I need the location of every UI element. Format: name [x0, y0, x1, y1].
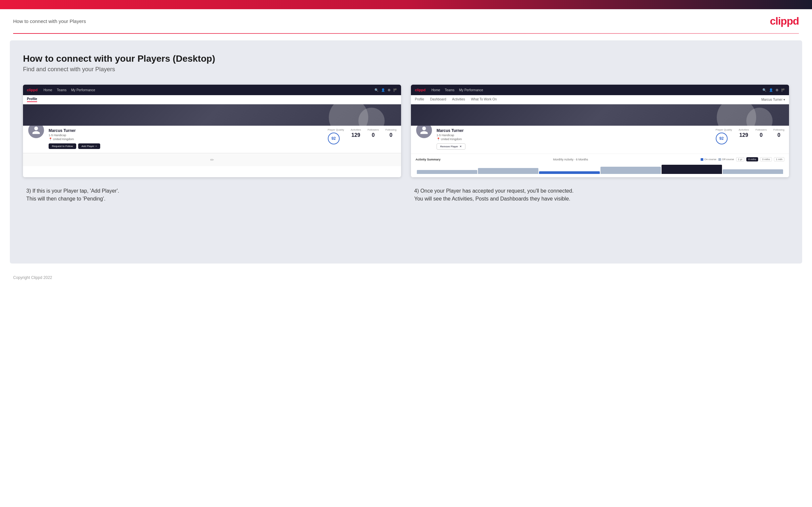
- profile-info-2: Marcus Turner 1-5 Handicap 📍 United King…: [411, 126, 789, 154]
- header: How to connect with your Players clippd: [0, 9, 812, 33]
- player-quality-2: Player Quality 92: [716, 128, 732, 145]
- tab-profile-2[interactable]: Profile: [415, 98, 424, 102]
- stat-activities-2: Activities 129: [739, 128, 749, 145]
- clippd-logo: clippd: [770, 15, 799, 27]
- stat-following-2: Following 0: [773, 128, 784, 145]
- add-player-button[interactable]: Add Player +: [78, 144, 100, 149]
- filter-1mth[interactable]: 1 mth: [774, 157, 784, 161]
- player-quality-1: Player Quality 92: [328, 128, 344, 145]
- screenshots-row: clippd Home Teams My Performance 🔍 👤 ⚙ 🏴…: [23, 84, 789, 177]
- nav-teams-1[interactable]: Teams: [57, 88, 66, 92]
- settings-icon-1[interactable]: ⚙: [388, 88, 391, 92]
- user-icon-1[interactable]: 👤: [381, 88, 385, 92]
- edit-icon-1: ✏: [210, 157, 214, 162]
- main-content: How to connect with your Players (Deskto…: [10, 40, 802, 264]
- footer: Copyright Clippd 2022: [0, 270, 812, 285]
- app-tabs-2: Profile Dashboard Activities What To Wor…: [411, 95, 789, 104]
- stat-value-followers-2: 0: [760, 132, 763, 138]
- player-handicap-2: 1-5 Handicap: [437, 133, 469, 137]
- copyright-text: Copyright Clippd 2022: [13, 275, 52, 280]
- top-bar: [0, 0, 812, 9]
- profile-buttons-2: Remove Player ✕: [437, 144, 469, 150]
- chart-bar-5: [662, 165, 722, 174]
- stat-label-following-2: Following: [773, 128, 784, 131]
- stat-label-activities-1: Activities: [351, 128, 361, 131]
- tab-player-name-2[interactable]: Marcus Turner ▾: [761, 98, 785, 101]
- profile-left-1: Marcus Turner 1-5 Handicap 📍 United King…: [49, 128, 100, 149]
- legend-on-course: On course: [701, 158, 716, 161]
- settings-icon-2[interactable]: ⚙: [775, 88, 778, 92]
- player-name-1: Marcus Turner: [49, 128, 100, 133]
- nav-icons-1: 🔍 👤 ⚙ 🏴: [374, 88, 397, 92]
- search-icon-1[interactable]: 🔍: [374, 88, 378, 92]
- pq-label-1: Player Quality: [328, 128, 344, 131]
- user-icon-2[interactable]: 👤: [769, 88, 773, 92]
- on-course-dot: [701, 158, 703, 161]
- stat-activities-1: Activities 129: [351, 128, 361, 145]
- location-icon-1: 📍: [49, 137, 52, 141]
- chart-bar-3: [539, 171, 600, 174]
- stat-followers-2: Followers 0: [756, 128, 767, 145]
- player-location-2: 📍 United Kingdom: [437, 137, 469, 141]
- stats-section-1: Player Quality 92 Activities 129 Followe…: [328, 128, 397, 145]
- stat-label-followers-2: Followers: [756, 128, 767, 131]
- screenshot-bottom-1: ✏: [23, 153, 401, 166]
- request-follow-button[interactable]: Request to Follow: [49, 144, 76, 149]
- tab-activities-2[interactable]: Activities: [452, 98, 465, 102]
- stat-followers-1: Followers 0: [367, 128, 379, 145]
- screenshot-2: clippd Home Teams My Performance 🔍 👤 ⚙ 🏴…: [411, 84, 789, 177]
- stat-label-followers-1: Followers: [367, 128, 379, 131]
- chart-area: [415, 164, 784, 174]
- stat-value-following-1: 0: [390, 132, 393, 138]
- captions-row: 3) If this is your Player tap, 'Add Play…: [23, 187, 789, 203]
- profile-banner-2: [411, 104, 789, 126]
- location-icon-2: 📍: [437, 137, 440, 141]
- on-course-label: On course: [704, 158, 716, 161]
- off-course-dot: [718, 158, 721, 161]
- stat-value-following-2: 0: [777, 132, 780, 138]
- stat-value-followers-1: 0: [372, 132, 375, 138]
- filter-6mths[interactable]: 6 mths: [746, 157, 758, 161]
- nav-myperformance-2[interactable]: My Performance: [459, 88, 483, 92]
- plus-icon: +: [95, 145, 97, 148]
- stat-value-activities-2: 129: [740, 132, 748, 138]
- page-heading: How to connect with your Players (Deskto…: [23, 54, 789, 64]
- tab-dashboard-2[interactable]: Dashboard: [430, 98, 446, 102]
- remove-player-button[interactable]: Remove Player ✕: [437, 144, 465, 150]
- legend-off-course: Off course: [718, 158, 734, 161]
- tab-profile-1[interactable]: Profile: [27, 97, 37, 102]
- flag-icon-2[interactable]: 🏴: [781, 88, 785, 92]
- stats-section-2: Player Quality 92 Activities 129 Followe…: [716, 128, 784, 145]
- stat-value-activities-1: 129: [351, 132, 360, 138]
- flag-icon-1[interactable]: 🏴: [393, 88, 397, 92]
- caption-3-text: 3) If this is your Player tap, 'Add Play…: [26, 187, 398, 203]
- nav-teams-2[interactable]: Teams: [445, 88, 454, 92]
- filter-1yr[interactable]: 1 yr: [736, 157, 744, 161]
- app-logo-2: clippd: [415, 88, 425, 92]
- player-handicap-1: 1-5 Handicap: [49, 133, 100, 137]
- search-icon-2[interactable]: 🔍: [762, 88, 766, 92]
- nav-myperformance-1[interactable]: My Performance: [71, 88, 95, 92]
- nav-home-2[interactable]: Home: [431, 88, 440, 92]
- activity-period: Monthly Activity · 6 Months: [553, 158, 588, 161]
- stat-label-activities-2: Activities: [739, 128, 749, 131]
- profile-info-1: Marcus Turner 1-5 Handicap 📍 United King…: [23, 126, 401, 153]
- close-icon: ✕: [460, 145, 462, 148]
- profile-banner-1: [23, 104, 401, 126]
- chart-bar-6: [723, 169, 783, 174]
- pq-circle-2: 92: [716, 132, 727, 145]
- header-divider: [13, 33, 799, 34]
- activity-header: Activity Summary Monthly Activity · 6 Mo…: [415, 157, 784, 161]
- app-nav-2: clippd Home Teams My Performance 🔍 👤 ⚙ 🏴: [411, 84, 789, 95]
- activity-title: Activity Summary: [415, 158, 441, 161]
- filter-3mths[interactable]: 3 mths: [760, 157, 772, 161]
- nav-home-1[interactable]: Home: [43, 88, 52, 92]
- app-logo-1: clippd: [27, 88, 38, 92]
- chart-bar-2: [478, 168, 539, 174]
- header-title: How to connect with your Players: [13, 18, 86, 24]
- activity-filters: On course Off course 1 yr 6 mths 3 mths …: [701, 157, 784, 161]
- pq-label-2: Player Quality: [716, 128, 732, 131]
- tab-what-to-work-on-2[interactable]: What To Work On: [471, 98, 497, 102]
- app-tabs-1: Profile: [23, 95, 401, 104]
- off-course-label: Off course: [722, 158, 734, 161]
